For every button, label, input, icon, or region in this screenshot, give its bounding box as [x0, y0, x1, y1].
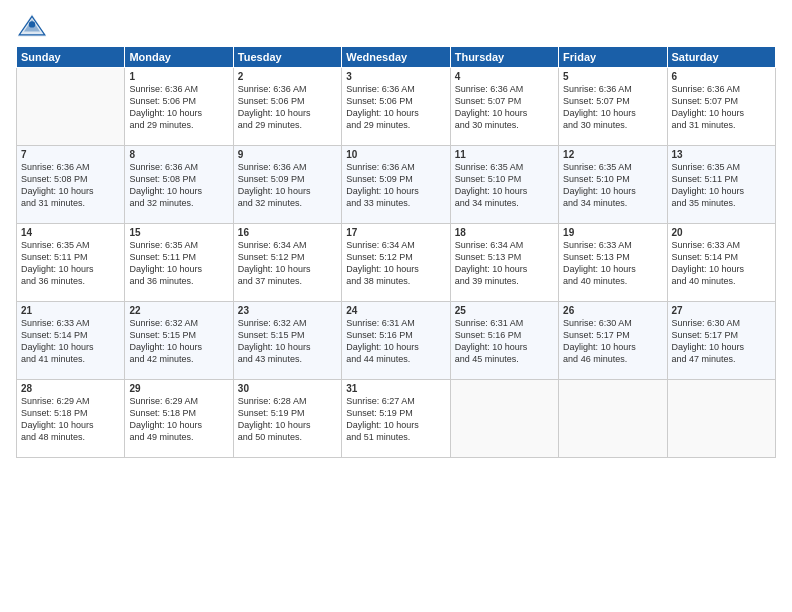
calendar-cell	[17, 68, 125, 146]
header	[16, 12, 776, 40]
day-number: 16	[238, 227, 337, 238]
day-number: 19	[563, 227, 662, 238]
calendar-cell: 30Sunrise: 6:28 AM Sunset: 5:19 PM Dayli…	[233, 380, 341, 458]
header-day: Wednesday	[342, 47, 450, 68]
calendar-cell	[450, 380, 558, 458]
calendar-week: 14Sunrise: 6:35 AM Sunset: 5:11 PM Dayli…	[17, 224, 776, 302]
day-number: 13	[672, 149, 771, 160]
cell-content: Sunrise: 6:28 AM Sunset: 5:19 PM Dayligh…	[238, 395, 337, 444]
calendar-cell: 25Sunrise: 6:31 AM Sunset: 5:16 PM Dayli…	[450, 302, 558, 380]
calendar-cell	[559, 380, 667, 458]
day-number: 3	[346, 71, 445, 82]
calendar-cell: 23Sunrise: 6:32 AM Sunset: 5:15 PM Dayli…	[233, 302, 341, 380]
calendar-cell: 12Sunrise: 6:35 AM Sunset: 5:10 PM Dayli…	[559, 146, 667, 224]
header-day: Thursday	[450, 47, 558, 68]
calendar-cell: 5Sunrise: 6:36 AM Sunset: 5:07 PM Daylig…	[559, 68, 667, 146]
cell-content: Sunrise: 6:32 AM Sunset: 5:15 PM Dayligh…	[238, 317, 337, 366]
cell-content: Sunrise: 6:30 AM Sunset: 5:17 PM Dayligh…	[672, 317, 771, 366]
cell-content: Sunrise: 6:30 AM Sunset: 5:17 PM Dayligh…	[563, 317, 662, 366]
calendar-cell: 3Sunrise: 6:36 AM Sunset: 5:06 PM Daylig…	[342, 68, 450, 146]
cell-content: Sunrise: 6:35 AM Sunset: 5:11 PM Dayligh…	[129, 239, 228, 288]
cell-content: Sunrise: 6:36 AM Sunset: 5:09 PM Dayligh…	[346, 161, 445, 210]
day-number: 9	[238, 149, 337, 160]
calendar-cell: 10Sunrise: 6:36 AM Sunset: 5:09 PM Dayli…	[342, 146, 450, 224]
day-number: 4	[455, 71, 554, 82]
cell-content: Sunrise: 6:34 AM Sunset: 5:12 PM Dayligh…	[238, 239, 337, 288]
logo	[16, 12, 52, 40]
calendar-cell: 4Sunrise: 6:36 AM Sunset: 5:07 PM Daylig…	[450, 68, 558, 146]
calendar-cell: 19Sunrise: 6:33 AM Sunset: 5:13 PM Dayli…	[559, 224, 667, 302]
calendar-header: SundayMondayTuesdayWednesdayThursdayFrid…	[17, 47, 776, 68]
cell-content: Sunrise: 6:35 AM Sunset: 5:10 PM Dayligh…	[455, 161, 554, 210]
calendar-cell	[667, 380, 775, 458]
day-number: 14	[21, 227, 120, 238]
cell-content: Sunrise: 6:31 AM Sunset: 5:16 PM Dayligh…	[346, 317, 445, 366]
calendar-cell: 31Sunrise: 6:27 AM Sunset: 5:19 PM Dayli…	[342, 380, 450, 458]
day-number: 6	[672, 71, 771, 82]
calendar-cell: 15Sunrise: 6:35 AM Sunset: 5:11 PM Dayli…	[125, 224, 233, 302]
day-number: 25	[455, 305, 554, 316]
calendar-cell: 24Sunrise: 6:31 AM Sunset: 5:16 PM Dayli…	[342, 302, 450, 380]
calendar-cell: 1Sunrise: 6:36 AM Sunset: 5:06 PM Daylig…	[125, 68, 233, 146]
cell-content: Sunrise: 6:36 AM Sunset: 5:08 PM Dayligh…	[21, 161, 120, 210]
header-day: Sunday	[17, 47, 125, 68]
day-number: 30	[238, 383, 337, 394]
cell-content: Sunrise: 6:34 AM Sunset: 5:12 PM Dayligh…	[346, 239, 445, 288]
cell-content: Sunrise: 6:33 AM Sunset: 5:13 PM Dayligh…	[563, 239, 662, 288]
cell-content: Sunrise: 6:35 AM Sunset: 5:11 PM Dayligh…	[21, 239, 120, 288]
calendar-cell: 9Sunrise: 6:36 AM Sunset: 5:09 PM Daylig…	[233, 146, 341, 224]
header-day: Friday	[559, 47, 667, 68]
calendar-cell: 14Sunrise: 6:35 AM Sunset: 5:11 PM Dayli…	[17, 224, 125, 302]
day-number: 24	[346, 305, 445, 316]
day-number: 23	[238, 305, 337, 316]
calendar-week: 7Sunrise: 6:36 AM Sunset: 5:08 PM Daylig…	[17, 146, 776, 224]
calendar-cell: 16Sunrise: 6:34 AM Sunset: 5:12 PM Dayli…	[233, 224, 341, 302]
day-number: 21	[21, 305, 120, 316]
cell-content: Sunrise: 6:35 AM Sunset: 5:10 PM Dayligh…	[563, 161, 662, 210]
cell-content: Sunrise: 6:36 AM Sunset: 5:06 PM Dayligh…	[129, 83, 228, 132]
day-number: 26	[563, 305, 662, 316]
header-row: SundayMondayTuesdayWednesdayThursdayFrid…	[17, 47, 776, 68]
logo-icon	[16, 12, 48, 40]
cell-content: Sunrise: 6:36 AM Sunset: 5:07 PM Dayligh…	[563, 83, 662, 132]
calendar-cell: 20Sunrise: 6:33 AM Sunset: 5:14 PM Dayli…	[667, 224, 775, 302]
cell-content: Sunrise: 6:33 AM Sunset: 5:14 PM Dayligh…	[672, 239, 771, 288]
cell-content: Sunrise: 6:29 AM Sunset: 5:18 PM Dayligh…	[21, 395, 120, 444]
cell-content: Sunrise: 6:32 AM Sunset: 5:15 PM Dayligh…	[129, 317, 228, 366]
cell-content: Sunrise: 6:27 AM Sunset: 5:19 PM Dayligh…	[346, 395, 445, 444]
day-number: 1	[129, 71, 228, 82]
calendar-table: SundayMondayTuesdayWednesdayThursdayFrid…	[16, 46, 776, 458]
calendar-cell: 28Sunrise: 6:29 AM Sunset: 5:18 PM Dayli…	[17, 380, 125, 458]
cell-content: Sunrise: 6:36 AM Sunset: 5:08 PM Dayligh…	[129, 161, 228, 210]
svg-point-3	[29, 21, 35, 27]
cell-content: Sunrise: 6:31 AM Sunset: 5:16 PM Dayligh…	[455, 317, 554, 366]
calendar-cell: 21Sunrise: 6:33 AM Sunset: 5:14 PM Dayli…	[17, 302, 125, 380]
calendar-cell: 7Sunrise: 6:36 AM Sunset: 5:08 PM Daylig…	[17, 146, 125, 224]
cell-content: Sunrise: 6:36 AM Sunset: 5:06 PM Dayligh…	[346, 83, 445, 132]
header-day: Saturday	[667, 47, 775, 68]
calendar-cell: 29Sunrise: 6:29 AM Sunset: 5:18 PM Dayli…	[125, 380, 233, 458]
cell-content: Sunrise: 6:36 AM Sunset: 5:07 PM Dayligh…	[672, 83, 771, 132]
calendar-page: SundayMondayTuesdayWednesdayThursdayFrid…	[0, 0, 792, 612]
calendar-cell: 6Sunrise: 6:36 AM Sunset: 5:07 PM Daylig…	[667, 68, 775, 146]
calendar-cell: 27Sunrise: 6:30 AM Sunset: 5:17 PM Dayli…	[667, 302, 775, 380]
calendar-cell: 18Sunrise: 6:34 AM Sunset: 5:13 PM Dayli…	[450, 224, 558, 302]
header-day: Monday	[125, 47, 233, 68]
calendar-cell: 22Sunrise: 6:32 AM Sunset: 5:15 PM Dayli…	[125, 302, 233, 380]
cell-content: Sunrise: 6:35 AM Sunset: 5:11 PM Dayligh…	[672, 161, 771, 210]
day-number: 31	[346, 383, 445, 394]
day-number: 29	[129, 383, 228, 394]
cell-content: Sunrise: 6:33 AM Sunset: 5:14 PM Dayligh…	[21, 317, 120, 366]
day-number: 20	[672, 227, 771, 238]
calendar-cell: 17Sunrise: 6:34 AM Sunset: 5:12 PM Dayli…	[342, 224, 450, 302]
day-number: 22	[129, 305, 228, 316]
cell-content: Sunrise: 6:36 AM Sunset: 5:06 PM Dayligh…	[238, 83, 337, 132]
day-number: 18	[455, 227, 554, 238]
calendar-cell: 2Sunrise: 6:36 AM Sunset: 5:06 PM Daylig…	[233, 68, 341, 146]
cell-content: Sunrise: 6:34 AM Sunset: 5:13 PM Dayligh…	[455, 239, 554, 288]
day-number: 17	[346, 227, 445, 238]
day-number: 28	[21, 383, 120, 394]
day-number: 15	[129, 227, 228, 238]
calendar-cell: 26Sunrise: 6:30 AM Sunset: 5:17 PM Dayli…	[559, 302, 667, 380]
day-number: 11	[455, 149, 554, 160]
